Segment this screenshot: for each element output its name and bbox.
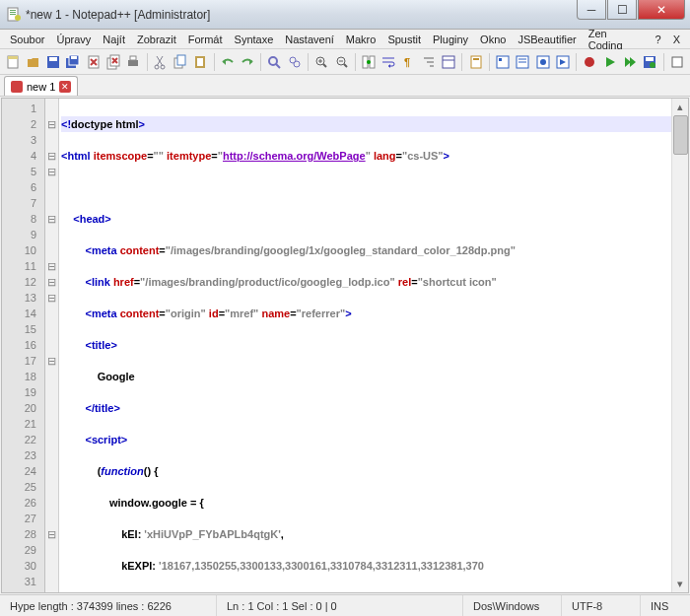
doc-map-icon[interactable]	[466, 52, 484, 72]
b2-icon[interactable]	[514, 52, 531, 72]
svg-rect-16	[130, 56, 136, 60]
close-button[interactable]: ✕	[638, 0, 685, 20]
macro-save-icon[interactable]	[641, 52, 658, 72]
svg-rect-46	[499, 58, 502, 61]
svg-point-26	[294, 61, 300, 67]
svg-point-53	[585, 57, 594, 67]
svg-line-24	[276, 64, 280, 68]
status-length: Hype length : 374399 lines : 6226	[0, 595, 217, 616]
status-encoding: UTF-8	[562, 595, 641, 616]
menu-syntax[interactable]: Syntaxe	[229, 32, 280, 47]
svg-rect-44	[473, 58, 479, 60]
menu-settings[interactable]: Nastavení	[279, 32, 340, 47]
fold-margin[interactable]: ⊟⊟⊟⊟⊟⊟⊟⊟⊟	[45, 99, 59, 592]
scroll-down-icon[interactable]: ▾	[672, 576, 688, 592]
toolbar-separator	[147, 53, 148, 71]
svg-line-30	[323, 64, 326, 67]
toolbar-separator	[308, 53, 309, 71]
svg-rect-3	[10, 14, 16, 15]
scroll-thumb[interactable]	[673, 115, 688, 155]
maximize-button[interactable]: ☐	[607, 0, 637, 20]
tab-label: new 1	[27, 81, 55, 93]
svg-point-4	[15, 15, 21, 21]
copy-icon[interactable]	[172, 52, 189, 72]
toolbar-separator	[260, 53, 261, 71]
show-chars-icon[interactable]: ¶	[399, 52, 417, 72]
menu-edit[interactable]: Úpravy	[50, 32, 97, 47]
cut-icon[interactable]	[152, 52, 170, 72]
open-file-icon[interactable]	[24, 52, 41, 72]
toolbar-separator	[663, 53, 664, 71]
toolbar-separator	[576, 53, 577, 71]
func-list-icon[interactable]	[494, 52, 512, 72]
svg-point-36	[367, 60, 371, 64]
line-numbers: 1234567891011121314151617181920212223242…	[2, 99, 45, 592]
close-file-icon[interactable]	[85, 52, 103, 72]
word-wrap-icon[interactable]	[380, 52, 397, 72]
minimize-button[interactable]: ─	[577, 0, 606, 20]
status-position: Ln : 1 Col : 1 Sel : 0 | 0	[217, 595, 463, 616]
vertical-scrollbar[interactable]: ▴ ▾	[671, 99, 688, 592]
svg-rect-43	[471, 56, 481, 68]
zoom-out-icon[interactable]	[332, 52, 350, 72]
undo-icon[interactable]	[219, 52, 237, 72]
menu-help[interactable]: ?	[650, 32, 667, 47]
svg-rect-11	[71, 56, 77, 59]
svg-text:¶: ¶	[404, 56, 410, 68]
svg-point-56	[650, 62, 656, 68]
svg-line-33	[344, 64, 347, 67]
print-icon[interactable]	[124, 52, 142, 72]
save-all-icon[interactable]	[64, 52, 82, 72]
macro-play-icon[interactable]	[601, 52, 619, 72]
menu-view[interactable]: Zobrazit	[131, 32, 182, 47]
find-icon[interactable]	[265, 52, 283, 72]
svg-rect-8	[49, 57, 57, 61]
replace-icon[interactable]	[286, 52, 304, 72]
redo-icon[interactable]	[239, 52, 256, 72]
close-all-icon[interactable]	[104, 52, 122, 72]
tool-icon[interactable]	[668, 52, 686, 72]
menu-plugins[interactable]: Pluginy	[427, 32, 474, 47]
svg-rect-55	[646, 57, 654, 61]
sync-scroll-icon[interactable]	[360, 52, 378, 72]
toolbar-separator	[355, 53, 356, 71]
tab-modified-icon	[11, 81, 23, 93]
app-window: *new 1 - Notepad++ [Administrator] ─ ☐ ✕…	[0, 0, 690, 616]
b4-icon[interactable]	[554, 52, 572, 72]
scroll-up-icon[interactable]: ▴	[672, 99, 688, 115]
menu-window[interactable]: Okno	[474, 32, 512, 47]
svg-point-23	[269, 57, 277, 65]
svg-point-51	[540, 59, 546, 65]
paste-icon[interactable]	[191, 52, 209, 72]
toolbar-separator	[461, 53, 462, 71]
tab-close-icon[interactable]: ✕	[59, 81, 71, 93]
b3-icon[interactable]	[533, 52, 551, 72]
menu-format[interactable]: Formát	[182, 32, 229, 47]
new-file-icon[interactable]	[4, 52, 22, 72]
menu-macro[interactable]: Makro	[340, 32, 382, 47]
fold-icon[interactable]	[440, 52, 457, 72]
editor[interactable]: 1234567891011121314151617181920212223242…	[1, 98, 689, 593]
menubar: Soubor Úpravy Najít Zobrazit Formát Synt…	[0, 30, 690, 49]
toolbar-separator	[489, 53, 490, 71]
svg-rect-1	[10, 10, 16, 11]
code-content[interactable]: <!doctype html> <html itemscope="" itemt…	[59, 99, 671, 592]
menu-run[interactable]: Spustit	[381, 32, 427, 47]
svg-rect-6	[8, 56, 18, 59]
toolbar-separator	[214, 53, 215, 71]
indent-guide-icon[interactable]	[420, 52, 438, 72]
svg-rect-57	[672, 57, 682, 67]
file-tab[interactable]: new 1 ✕	[4, 76, 78, 96]
menu-jsbeautifier[interactable]: JSBeautifier	[512, 32, 582, 47]
menu-file[interactable]: Soubor	[4, 32, 50, 47]
macro-play-multi-icon[interactable]	[621, 52, 639, 72]
zoom-in-icon[interactable]	[312, 52, 330, 72]
status-eol: Dos\Windows	[463, 595, 562, 616]
statusbar: Hype length : 374399 lines : 6226 Ln : 1…	[0, 594, 690, 616]
status-mode: INS	[641, 595, 690, 616]
menu-find[interactable]: Najít	[97, 32, 131, 47]
window-title: *new 1 - Notepad++ [Administrator]	[26, 8, 577, 22]
macro-record-icon[interactable]	[581, 52, 598, 72]
menu-x[interactable]: X	[667, 32, 686, 47]
save-icon[interactable]	[44, 52, 62, 72]
